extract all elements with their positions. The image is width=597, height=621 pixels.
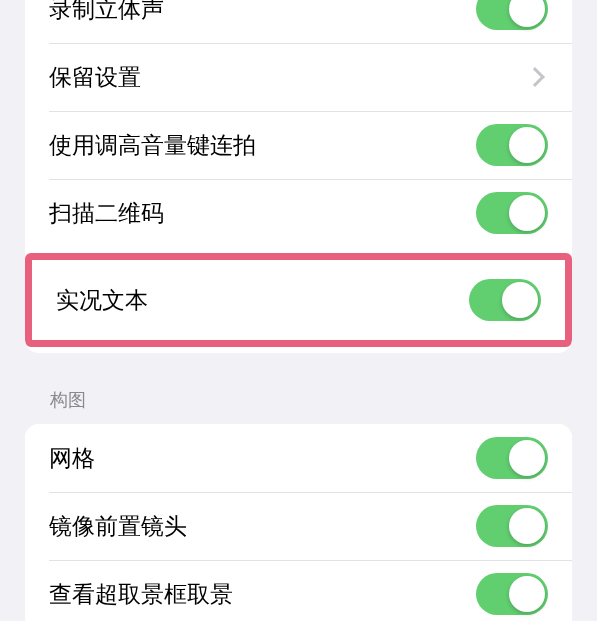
row-preserve-settings[interactable]: 保留设置 bbox=[25, 43, 572, 111]
row-label: 扫描二维码 bbox=[49, 198, 164, 229]
row-label: 查看超取景框取景 bbox=[49, 579, 233, 610]
toggle-knob bbox=[509, 195, 545, 231]
toggle-mirror-front[interactable] bbox=[476, 505, 548, 547]
row-label: 使用调高音量键连拍 bbox=[49, 130, 256, 161]
row-label: 实况文本 bbox=[56, 285, 148, 316]
row-record-stereo[interactable]: 录制立体声 bbox=[25, 0, 572, 43]
settings-group-top: 录制立体声 保留设置 使用调高音量键连拍 扫描二维码 实况文本 bbox=[25, 0, 572, 353]
row-label: 网格 bbox=[49, 443, 95, 474]
toggle-scan-qr[interactable] bbox=[476, 192, 548, 234]
section-header-composition: 构图 bbox=[0, 353, 597, 424]
highlight-frame: 实况文本 bbox=[25, 253, 572, 347]
toggle-knob bbox=[509, 576, 545, 612]
row-view-outside-frame[interactable]: 查看超取景框取景 bbox=[25, 560, 572, 621]
settings-group-composition: 网格 镜像前置镜头 查看超取景框取景 bbox=[25, 424, 572, 621]
toggle-knob bbox=[509, 440, 545, 476]
row-label: 镜像前置镜头 bbox=[49, 511, 187, 542]
toggle-knob bbox=[509, 508, 545, 544]
row-volume-burst[interactable]: 使用调高音量键连拍 bbox=[25, 111, 572, 179]
row-mirror-front[interactable]: 镜像前置镜头 bbox=[25, 492, 572, 560]
toggle-knob bbox=[509, 0, 545, 27]
row-grid[interactable]: 网格 bbox=[25, 424, 572, 492]
toggle-live-text[interactable] bbox=[469, 279, 541, 321]
toggle-grid[interactable] bbox=[476, 437, 548, 479]
row-label: 保留设置 bbox=[49, 62, 141, 93]
toggle-volume-burst[interactable] bbox=[476, 124, 548, 166]
row-label: 录制立体声 bbox=[49, 0, 164, 25]
toggle-knob bbox=[502, 282, 538, 318]
toggle-view-outside-frame[interactable] bbox=[476, 573, 548, 615]
row-scan-qr[interactable]: 扫描二维码 bbox=[25, 179, 572, 247]
toggle-knob bbox=[509, 127, 545, 163]
row-live-text[interactable]: 实况文本 bbox=[32, 260, 565, 340]
toggle-record-stereo[interactable] bbox=[476, 0, 548, 30]
chevron-right-icon bbox=[525, 67, 545, 87]
